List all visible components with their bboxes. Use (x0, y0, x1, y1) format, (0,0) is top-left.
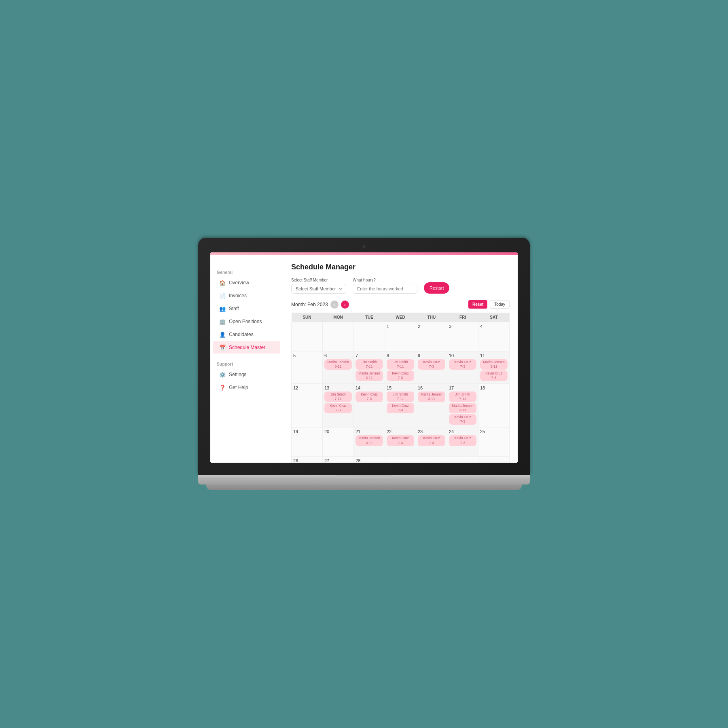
calendar-cell-w0d3[interactable]: 1 (385, 322, 416, 351)
shift-badge[interactable]: Marita Jensen 3-11 (356, 370, 383, 381)
shift-badge[interactable]: Marita Jensen 3-11 (418, 392, 445, 402)
month-navigation: Month: Feb 2023 ‹ › Reset Today (291, 300, 510, 309)
laptop-container: General 🏠 Overview 📄 Invoices 👥 Staff 🏢 … (198, 238, 530, 490)
calendar-cell-w2d0[interactable]: 12 (292, 384, 323, 427)
calendar-cell-w1d2[interactable]: 7Jim Smith 7-11Marita Jensen 3-11 (354, 351, 385, 384)
calendar-header-row: SUN MON TUE WED THU FRI SAT (292, 313, 510, 322)
calendar-cell-w2d1[interactable]: 13Jim Smith 7-11Kevin Cruz 7-3 (323, 384, 354, 427)
day-number: 5 (293, 353, 321, 358)
calendar-cell-w1d4[interactable]: 9Kevin Cruz 7-3 (416, 351, 447, 384)
calendar-week-1: 56Marita Jensen 3-117Jim Smith 7-11Marit… (292, 351, 510, 384)
calendar-cell-w1d1[interactable]: 6Marita Jensen 3-11 (323, 351, 354, 384)
shift-badge[interactable]: Jim Smith 7-11 (356, 359, 383, 370)
calendar-cell-w4d3[interactable] (385, 457, 416, 463)
calendar-cell-w0d1[interactable] (323, 322, 354, 351)
calendar-cell-w2d6[interactable]: 18 (478, 384, 510, 427)
calendar-cell-w4d0[interactable]: 26 (292, 457, 323, 463)
screen-bezel: General 🏠 Overview 📄 Invoices 👥 Staff 🏢 … (198, 238, 530, 475)
calendar-cell-w2d3[interactable]: 15Jim Smith 7-11Kevin Cruz 7-3 (385, 384, 416, 427)
calendar-cell-w4d2[interactable]: 28 (354, 457, 385, 463)
calendar-cell-w3d4[interactable]: 23Kevin Cruz 7-3 (416, 427, 447, 457)
shift-badge[interactable]: Kevin Cruz 7-3 (480, 370, 508, 381)
calendar-cell-w4d6[interactable] (478, 457, 510, 463)
calendar-cell-w4d1[interactable]: 27 (323, 457, 354, 463)
sidebar-item-candidates[interactable]: 👤 Candidates (213, 328, 280, 341)
sidebar-label-staff: Staff (229, 306, 239, 311)
shift-badge[interactable]: Kevin Cruz 7-3 (356, 392, 383, 402)
calendar-cell-w3d3[interactable]: 22Kevin Cruz 7-3 (385, 427, 416, 457)
shift-badge[interactable]: Jim Smith 7-11 (387, 392, 414, 402)
shift-badge[interactable]: Kevin Cruz 7-3 (418, 435, 445, 446)
calendar-cell-w2d5[interactable]: 17Jim Smith 7-11Marita Jensen 3-11Kevin … (447, 384, 478, 427)
day-number: 17 (449, 385, 476, 390)
shift-badge[interactable]: Kevin Cruz 7-3 (449, 435, 476, 446)
calendar-cell-w3d6[interactable]: 25 (478, 427, 510, 457)
today-button[interactable]: Today (490, 300, 510, 309)
shift-badge[interactable]: Kevin Cruz 7-3 (449, 414, 476, 425)
shift-badge[interactable]: Kevin Cruz 7-3 (387, 403, 414, 413)
col-sun: SUN (292, 313, 323, 322)
sidebar-label-schedule-master: Schedule Master (229, 345, 265, 350)
next-month-button[interactable]: › (341, 301, 349, 309)
sidebar: General 🏠 Overview 📄 Invoices 👥 Staff 🏢 … (210, 255, 283, 463)
calendar-cell-w3d1[interactable]: 20 (323, 427, 354, 457)
calendar-cell-w4d4[interactable] (416, 457, 447, 463)
calendar-cell-w1d3[interactable]: 8Jim Smith 7-11Kevin Cruz 7-3 (385, 351, 416, 384)
calendar-cell-w1d0[interactable]: 5 (292, 351, 323, 384)
calendar-cell-w0d6[interactable]: 4 (478, 322, 510, 351)
calendar-cell-w0d0[interactable] (292, 322, 323, 351)
calendar-cell-w1d6[interactable]: 11Marita Jensen 3-11Kevin Cruz 7-3 (478, 351, 510, 384)
calendar-cell-w3d5[interactable]: 24Kevin Cruz 7-3 (447, 427, 478, 457)
day-number: 4 (480, 324, 508, 329)
sidebar-item-get-help[interactable]: ❓ Get Help (213, 381, 280, 394)
hours-input-group: What hours? (353, 278, 417, 294)
shift-badge[interactable]: Jim Smith 7-11 (324, 392, 352, 402)
sidebar-item-overview[interactable]: 🏠 Overview (213, 277, 280, 289)
calendar-cell-w0d5[interactable]: 3 (447, 322, 478, 351)
shift-badge[interactable]: Kevin Cruz 7-3 (324, 403, 352, 413)
shift-badge[interactable]: Jim Smith 7-11 (387, 359, 414, 370)
top-bar-decoration (210, 252, 518, 255)
calendar-cell-w3d2[interactable]: 21Marita Jensen 3-11 (354, 427, 385, 457)
sidebar-item-invoices[interactable]: 📄 Invoices (213, 290, 280, 302)
day-number: 13 (324, 385, 352, 390)
day-number: 16 (418, 385, 445, 390)
day-number: 2 (418, 324, 445, 329)
day-number: 26 (293, 458, 321, 463)
sidebar-label-invoices: Invoices (229, 293, 247, 298)
calendar-cell-w2d4[interactable]: 16Marita Jensen 3-11 (416, 384, 447, 427)
sidebar-item-staff[interactable]: 👥 Staff (213, 303, 280, 315)
calendar-body: 123456Marita Jensen 3-117Jim Smith 7-11M… (292, 322, 510, 463)
restart-button[interactable]: Restart (424, 282, 449, 294)
prev-month-button[interactable]: ‹ (330, 301, 339, 309)
staff-select[interactable]: Select Staff Member Jim Smith Marita Jen… (291, 284, 346, 294)
shift-badge[interactable]: Kevin Cruz 7-3 (449, 359, 476, 370)
sidebar-item-settings[interactable]: ⚙️ Settings (213, 368, 280, 381)
shift-badge[interactable]: Marita Jensen 3-11 (324, 359, 352, 370)
shift-badge[interactable]: Kevin Cruz 7-3 (418, 359, 445, 370)
calendar-cell-w3d0[interactable]: 19 (292, 427, 323, 457)
shift-badge[interactable]: Kevin Cruz 7-3 (387, 435, 414, 446)
calendar-week-3: 192021Marita Jensen 3-1122Kevin Cruz 7-3… (292, 427, 510, 457)
hours-input[interactable] (353, 284, 417, 294)
calendar-week-4: 262728 (292, 457, 510, 463)
sidebar-item-open-positions[interactable]: 🏢 Open Positions (213, 315, 280, 328)
reset-button[interactable]: Reset (468, 300, 487, 309)
screen: General 🏠 Overview 📄 Invoices 👥 Staff 🏢 … (210, 252, 518, 463)
staff-selector-label: Select Staff Member (291, 278, 346, 282)
day-number: 3 (449, 324, 476, 329)
calendar-cell-w0d2[interactable] (354, 322, 385, 351)
shift-badge[interactable]: Marita Jensen 3-11 (449, 403, 476, 413)
shift-badge[interactable]: Marita Jensen 3-11 (356, 435, 383, 446)
day-number: 21 (356, 429, 383, 434)
sidebar-item-schedule-master[interactable]: 📅 Schedule Master (213, 341, 280, 353)
shift-badge[interactable]: Marita Jensen 3-11 (480, 359, 508, 370)
calendar-cell-w0d4[interactable]: 2 (416, 322, 447, 351)
calendar-cell-w2d2[interactable]: 14Kevin Cruz 7-3 (354, 384, 385, 427)
day-number: 12 (293, 385, 321, 390)
calendar-cell-w4d5[interactable] (447, 457, 478, 463)
calendar-icon: 📅 (219, 344, 226, 351)
shift-badge[interactable]: Kevin Cruz 7-3 (387, 370, 414, 381)
calendar-cell-w1d5[interactable]: 10Kevin Cruz 7-3 (447, 351, 478, 384)
shift-badge[interactable]: Jim Smith 7-11 (449, 392, 476, 402)
